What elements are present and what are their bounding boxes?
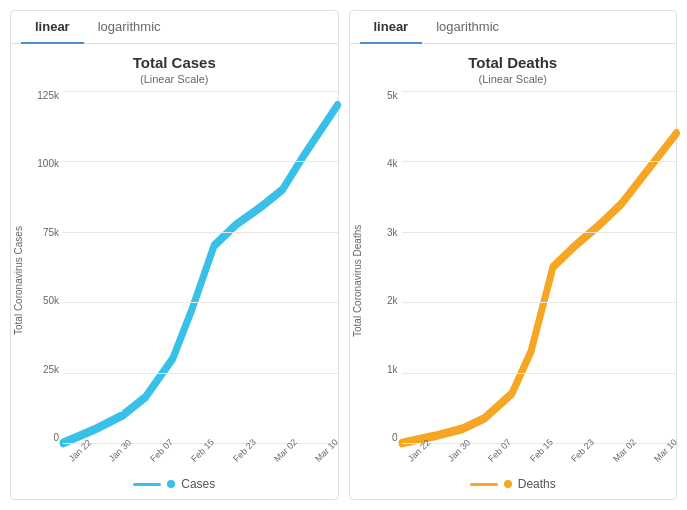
legend-dot-indicator [504,480,512,488]
chart-area: Total Coronavirus Cases025k50k75k100k125… [11,91,338,471]
y-tick-value: 100k [27,159,63,169]
chart-legend: Deaths [350,471,677,499]
y-axis-label: Total Coronavirus Deaths [350,91,366,471]
y-tick-value: 75k [27,228,63,238]
chart-panel-deaths: linearlogarithmicTotal Deaths(Linear Sca… [349,10,678,500]
tab-linear[interactable]: linear [21,11,84,44]
tab-linear[interactable]: linear [360,11,423,44]
y-tick-value: 5k [366,91,402,101]
y-ticks: 025k50k75k100k125k [27,91,63,443]
legend-label: Cases [181,477,215,491]
y-tick-value: 50k [27,296,63,306]
tab-logarithmic[interactable]: logarithmic [84,11,175,44]
y-ticks: 01k2k3k4k5k [366,91,402,443]
grid-line [63,161,338,162]
tab-logarithmic[interactable]: logarithmic [422,11,513,44]
chart-panel-cases: linearlogarithmicTotal Cases(Linear Scal… [10,10,339,500]
legend-line-indicator [133,483,161,486]
grid-line [402,161,677,162]
y-tick-value: 125k [27,91,63,101]
legend-label: Deaths [518,477,556,491]
grid-line [402,232,677,233]
y-tick-value: 25k [27,365,63,375]
grid-line [402,302,677,303]
chart-subtitle: (Linear Scale) [350,73,677,85]
chart-inner: 025k50k75k100k125kJan 22Jan 30Feb 07Feb … [27,91,338,471]
tab-bar: linearlogarithmic [350,11,677,44]
y-tick-value: 0 [27,433,63,443]
y-tick-value: 1k [366,365,402,375]
grid-line [63,302,338,303]
chart-subtitle: (Linear Scale) [11,73,338,85]
y-tick-value: 2k [366,296,402,306]
y-tick-value: 3k [366,228,402,238]
grid-line [402,373,677,374]
y-tick-value: 4k [366,159,402,169]
chart-plot [402,91,677,443]
grid-line [63,373,338,374]
grid-lines [63,91,338,443]
chart-title: Total Cases [11,54,338,71]
grid-lines [402,91,677,443]
chart-area: Total Coronavirus Deaths01k2k3k4k5kJan 2… [350,91,677,471]
main-container: linearlogarithmicTotal Cases(Linear Scal… [0,0,687,510]
grid-line [63,91,338,92]
chart-title: Total Deaths [350,54,677,71]
chart-legend: Cases [11,471,338,499]
y-axis-label: Total Coronavirus Cases [11,91,27,471]
legend-dot-indicator [167,480,175,488]
y-tick-value: 0 [366,433,402,443]
x-axis-labels: Jan 22Jan 30Feb 07Feb 15Feb 23Mar 02Mar … [402,443,677,471]
tab-bar: linearlogarithmic [11,11,338,44]
grid-line [63,232,338,233]
chart-inner: 01k2k3k4k5kJan 22Jan 30Feb 07Feb 15Feb 2… [366,91,677,471]
legend-line-indicator [470,483,498,486]
grid-line [402,91,677,92]
chart-plot [63,91,338,443]
x-axis-labels: Jan 22Jan 30Feb 07Feb 15Feb 23Mar 02Mar … [63,443,338,471]
